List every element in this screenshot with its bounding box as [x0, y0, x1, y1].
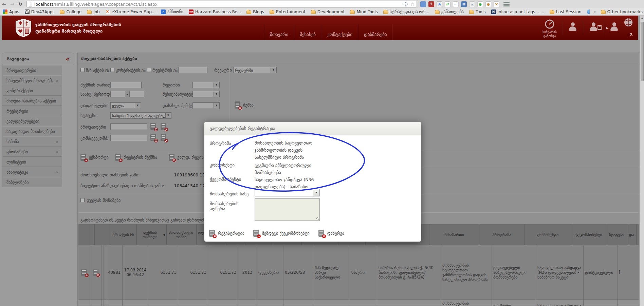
- table-header-cell[interactable]: [92, 224, 95, 245]
- table-header-cell[interactable]: პროგრამა: [480, 224, 525, 245]
- next-subcomponent-button[interactable]: შემდეგი ქვეკომპონენტი: [253, 230, 310, 237]
- move-arrows-icon[interactable]: [403, 2, 408, 6]
- service-desc-textarea[interactable]: [255, 198, 320, 221]
- region-select[interactable]: [192, 82, 220, 88]
- bookmark-item[interactable]: Development: [311, 9, 345, 14]
- act-no-checkbox[interactable]: [80, 68, 85, 72]
- bookmark-item[interactable]: Harvard Business Re...: [189, 9, 241, 14]
- header-collapse-icon[interactable]: «: [628, 33, 635, 36]
- bookmark-item[interactable]: Entertainment: [270, 9, 306, 14]
- sidebar-item[interactable]: მიღება-ჩაბარების აქტები: [2, 96, 62, 106]
- contract-no-checkbox[interactable]: [110, 68, 114, 72]
- settlement-select[interactable]: [192, 102, 220, 109]
- tool-extension-icon[interactable]: ⚒: [494, 1, 499, 7]
- bookmark-item[interactable]: Floorplanner - DEM...: [587, 9, 590, 14]
- row-add-button[interactable]: [81, 269, 87, 276]
- sidebar-item[interactable]: ცნობარები »: [2, 147, 62, 157]
- scrollbar-up-icon[interactable]: ▲: [640, 16, 644, 21]
- dots-extension-icon[interactable]: :::: [453, 1, 459, 7]
- bookmark-star-icon[interactable]: ☆: [410, 2, 415, 6]
- bookmark-item[interactable]: Dev47Apps: [25, 9, 55, 14]
- refresh-icon[interactable]: ↻: [16, 1, 24, 7]
- sidebar-item[interactable]: კონტრაქტები: [2, 85, 62, 96]
- service-type-select[interactable]: [255, 189, 320, 196]
- back-icon[interactable]: ←: [0, 1, 8, 7]
- close-button[interactable]: დახურვა: [318, 230, 344, 237]
- bookmark-item[interactable]: Job: [87, 9, 100, 14]
- other-bookmarks-button[interactable]: Other bookmarks: [601, 9, 643, 14]
- sidebar-item[interactable]: რეესტრები: [2, 106, 62, 116]
- create-registry-button[interactable]: რეესტრის შექმნა: [115, 154, 157, 161]
- table-header-cell[interactable]: [78, 224, 90, 245]
- sidebar-item[interactable]: ანალიტიკა »: [2, 167, 62, 177]
- sidebar-item[interactable]: სახელმწიფო პროგრამები »: [2, 75, 62, 85]
- register-button[interactable]: რეგისტრაცია: [209, 230, 244, 237]
- provider-clear-button[interactable]: [150, 123, 156, 130]
- table-header-cell[interactable]: სტატუსი: [606, 224, 628, 245]
- address-bar[interactable]: localhost /Hmis.Billing.Web/Pages/Accept…: [26, 1, 417, 7]
- header-nav-item[interactable]: კონტაქტები: [321, 24, 358, 40]
- period-to-input[interactable]: [129, 91, 144, 97]
- user-list-icon[interactable]: [589, 22, 598, 32]
- provider-input[interactable]: [110, 123, 147, 130]
- scrollbar-thumb[interactable]: [641, 22, 644, 81]
- bookmark-item[interactable]: Tools: [469, 9, 486, 14]
- cloud-extension-icon[interactable]: ☁: [469, 1, 475, 7]
- registry-no-checkbox[interactable]: [147, 68, 151, 72]
- registry-select[interactable]: რეესტრში: [233, 67, 277, 73]
- bookmark-item[interactable]: Last Session: [550, 9, 582, 14]
- component-edit-button[interactable]: [161, 134, 166, 141]
- bookmark-item[interactable]: Mind Tools: [350, 9, 378, 14]
- browser-menu-icon[interactable]: [503, 2, 510, 6]
- row-view-button[interactable]: [93, 269, 98, 276]
- user-profile-icon[interactable]: [568, 22, 577, 32]
- sidebar-item[interactable]: პროვაიდერები: [2, 65, 62, 75]
- bookmarks-overflow-icon[interactable]: »: [593, 9, 596, 14]
- table-header-cell[interactable]: და: [628, 224, 637, 245]
- bookmark-item[interactable]: ამბიონი: [161, 9, 183, 14]
- bookmark-item[interactable]: განათლება: [435, 9, 464, 14]
- speed-test-button[interactable]: სიჩქარისგაზომვა: [542, 19, 557, 38]
- sidebar-item[interactable]: ლიმიტები: [2, 157, 62, 167]
- table-header-cell[interactable]: შექმნის თარიღი▼: [137, 224, 167, 245]
- bookmark-item[interactable]: inline asp.net tags... ...: [491, 9, 545, 14]
- bookmark-item[interactable]: Blogs: [246, 9, 264, 14]
- translate-extension-icon[interactable]: A: [437, 1, 442, 7]
- bookmark-item[interactable]: სტრატეგია და ორ...: [383, 9, 429, 14]
- table-header-cell[interactable]: ქვეკომპონენტი: [572, 224, 606, 245]
- header-nav-item[interactable]: მთავარი: [264, 24, 294, 40]
- translate-it-extension-icon[interactable]: t: [428, 1, 434, 7]
- header-nav-item[interactable]: დახმარება: [358, 24, 393, 40]
- green-arrows-extension-icon[interactable]: ⇄: [445, 1, 450, 7]
- search-button[interactable]: ძებნა: [235, 101, 254, 109]
- bookmark-item[interactable]: Apps: [3, 9, 19, 14]
- cookie-extension-icon[interactable]: ●: [485, 1, 491, 7]
- sidebar-item[interactable]: შაბლონები: [2, 177, 62, 187]
- pin-extension-icon[interactable]: ●: [477, 1, 483, 7]
- table-header-cell[interactable]: მ/ჩ აქტის №: [111, 224, 137, 245]
- select-all-checkbox[interactable]: [80, 198, 85, 202]
- sidebar-collapse-icon[interactable]: «: [66, 55, 74, 62]
- created-date-input[interactable]: [110, 82, 142, 88]
- status-select[interactable]: საწყისი შეყვანა;დამტკიცებული: [110, 112, 171, 119]
- table-header-cell[interactable]: მოთხოვნილი თანხა: [167, 224, 197, 245]
- bookmark-item[interactable]: eXtreme Power Sup...: [105, 9, 156, 14]
- user-login-icon[interactable]: ➤: [609, 22, 619, 32]
- sidebar-item[interactable]: ხაზინა »: [2, 136, 62, 147]
- registry-no-input[interactable]: [178, 67, 207, 73]
- component-filter-input[interactable]: [110, 135, 147, 141]
- table-header-cell[interactable]: კომპონენტი: [525, 224, 572, 245]
- header-nav-item[interactable]: შესახებ: [294, 24, 321, 40]
- table-header-cell[interactable]: [95, 224, 111, 245]
- export-button[interactable]: ექსპორტი: [80, 154, 109, 161]
- page-scrollbar[interactable]: ▲: [640, 16, 644, 306]
- window-extension-icon[interactable]: [420, 1, 426, 7]
- table-header-cell[interactable]: [90, 224, 92, 245]
- globe-icon[interactable]: [624, 18, 633, 27]
- calendar-extension-icon[interactable]: ▦: [461, 1, 467, 7]
- forward-icon[interactable]: →: [8, 1, 16, 7]
- period-from-input[interactable]: [110, 91, 125, 97]
- table-header-cell[interactable]: მისამართი: [429, 224, 480, 245]
- sidebar-item[interactable]: საგადახდო მოთხოვნები: [2, 126, 62, 136]
- municipality-select[interactable]: [192, 91, 220, 97]
